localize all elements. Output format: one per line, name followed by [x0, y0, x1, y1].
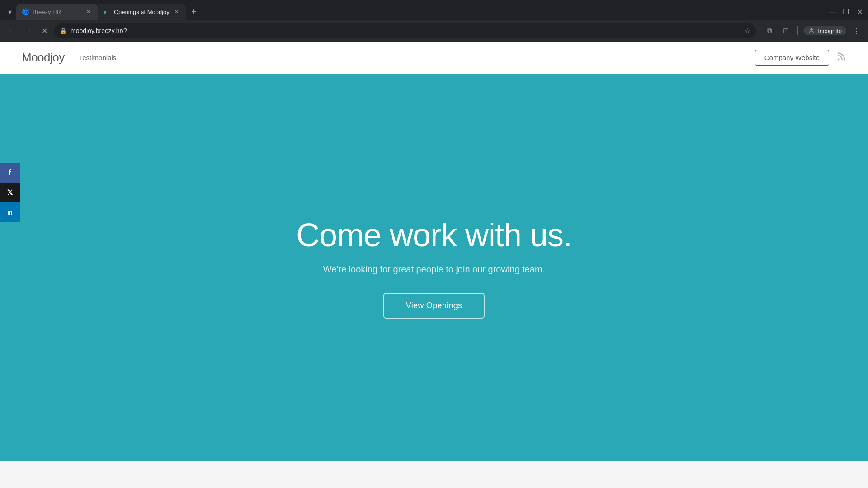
facebook-icon: f [9, 168, 11, 178]
address-bar-row: ← → ✕ 🔒 moodjoy.breezy.hr/? ☆ ⧉ ⊡ Incogn… [0, 20, 868, 42]
testimonials-link[interactable]: Testimonials [79, 54, 117, 61]
address-bar[interactable]: 🔒 moodjoy.breezy.hr/? ☆ [54, 23, 756, 38]
linkedin-share-button[interactable]: in [0, 202, 20, 222]
forward-button[interactable]: → [22, 24, 34, 37]
view-openings-button[interactable]: View Openings [383, 293, 485, 319]
menu-button[interactable]: ⋮ [850, 24, 863, 37]
footer-partial [0, 461, 868, 488]
breezy-tab-favicon: 🌀 [22, 8, 29, 15]
linkedin-icon: in [7, 209, 13, 216]
window-controls: — ❐ ✕ [829, 9, 868, 15]
rss-icon[interactable] [836, 52, 846, 64]
moodjoy-tab-favicon: ● [103, 8, 110, 15]
hero-subtitle: We're looking for great people to join o… [296, 264, 572, 275]
twitter-icon: 𝕏 [7, 188, 13, 197]
social-sidebar: f 𝕏 in [0, 163, 20, 222]
website: Moodjoy Testimonials Company Website Com… [0, 42, 868, 488]
close-button[interactable]: ✕ [856, 9, 863, 15]
nav-right: Company Website [755, 50, 846, 66]
toolbar-right: ⧉ ⊡ Incognito ⋮ [763, 24, 863, 37]
tab-bar: ▾ 🌀 Breezy HR ✕ ● Openings at Moodjoy ✕ … [0, 0, 868, 20]
incognito-badge: Incognito [803, 26, 846, 35]
twitter-share-button[interactable]: 𝕏 [0, 183, 20, 202]
company-website-button[interactable]: Company Website [755, 50, 829, 66]
reload-button[interactable]: ✕ [38, 24, 51, 37]
incognito-label: Incognito [818, 28, 842, 34]
back-button[interactable]: ← [5, 24, 18, 37]
bookmark-icon[interactable]: ☆ [745, 27, 750, 34]
hero-content: Come work with us. We're looking for gre… [296, 216, 572, 319]
hero-section: Come work with us. We're looking for gre… [0, 74, 868, 461]
nav-links: Testimonials [79, 54, 117, 61]
split-view-button[interactable]: ⊡ [779, 24, 792, 37]
tab-breezy-hr[interactable]: 🌀 Breezy HR ✕ [16, 4, 98, 20]
svg-point-1 [838, 59, 840, 61]
hero-title: Come work with us. [296, 216, 572, 253]
incognito-icon [808, 27, 815, 34]
url-text: moodjoy.breezy.hr/? [71, 27, 741, 34]
browser-chrome: ▾ 🌀 Breezy HR ✕ ● Openings at Moodjoy ✕ … [0, 0, 868, 42]
moodjoy-tab-close[interactable]: ✕ [173, 8, 180, 15]
breezy-tab-close[interactable]: ✕ [85, 8, 92, 15]
new-tab-button[interactable]: + [188, 5, 200, 18]
moodjoy-tab-title: Openings at Moodjoy [114, 9, 170, 15]
tab-openings-moodjoy[interactable]: ● Openings at Moodjoy ✕ [98, 4, 186, 20]
site-logo[interactable]: Moodjoy [22, 51, 65, 65]
site-nav: Moodjoy Testimonials Company Website [0, 42, 868, 74]
extensions-button[interactable]: ⧉ [763, 24, 776, 37]
svg-point-0 [811, 28, 813, 31]
maximize-button[interactable]: ❐ [843, 9, 849, 15]
tab-list-dropdown[interactable]: ▾ [4, 5, 16, 18]
minimize-button[interactable]: — [829, 9, 835, 15]
facebook-share-button[interactable]: f [0, 163, 20, 183]
breezy-tab-title: Breezy HR [33, 9, 81, 15]
security-icon: 🔒 [60, 28, 67, 34]
